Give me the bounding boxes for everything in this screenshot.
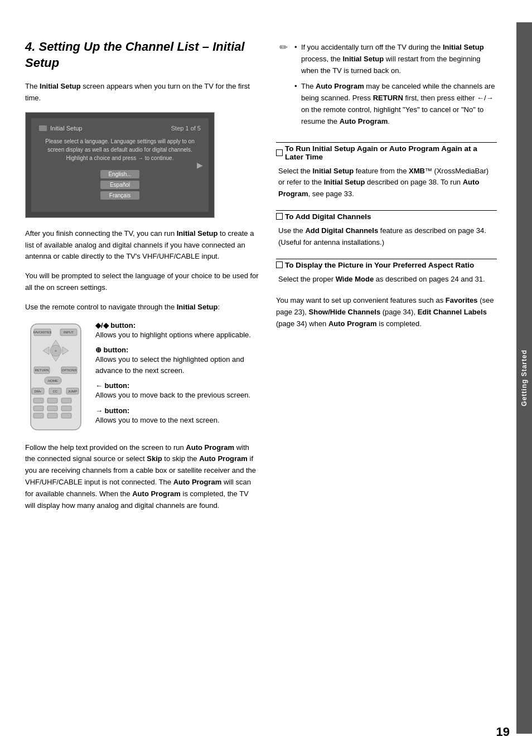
center-button-text: Allows you to select the highlighted opt… bbox=[95, 354, 259, 376]
main-content: 4. Setting Up the Channel List – Initial… bbox=[0, 22, 516, 734]
pencil-icon: ✏ bbox=[279, 41, 291, 132]
svg-rect-27 bbox=[47, 406, 57, 411]
svg-rect-24 bbox=[47, 398, 57, 403]
subsection-display-picture-title-text: To Display the Picture in Your Preferred… bbox=[285, 261, 474, 269]
remote-control-illustration: FAVORITES INPUT + bbox=[25, 321, 86, 434]
svg-text:RETURN: RETURN bbox=[35, 369, 49, 372]
forward-button-desc: → button: Allows you to move to the next… bbox=[95, 406, 259, 426]
subsection-run-initial-body: Select the Initial Setup feature from th… bbox=[276, 166, 497, 200]
subsection-run-initial-title-text: To Run Initial Setup Again or Auto Progr… bbox=[285, 144, 497, 161]
svg-text:✏: ✏ bbox=[279, 42, 288, 53]
closing-text: You may want to set up convenient featur… bbox=[276, 295, 497, 329]
note-bullet-2: The Auto Program may be canceled while t… bbox=[294, 81, 497, 127]
svg-text:JUMP: JUMP bbox=[68, 390, 77, 393]
svg-text:+: + bbox=[55, 348, 57, 353]
section-title-text: 4. Setting Up the Channel List – Initial… bbox=[25, 40, 245, 70]
checkbox-icon-2 bbox=[276, 213, 283, 220]
sidebar-tab: Getting Started bbox=[516, 22, 532, 734]
checkbox-icon-1 bbox=[276, 149, 283, 156]
forward-button-label: → button: bbox=[95, 406, 259, 415]
checkbox-icon-3 bbox=[276, 261, 283, 268]
svg-rect-23 bbox=[33, 398, 43, 403]
subsection-run-initial-title: To Run Initial Setup Again or Auto Progr… bbox=[276, 142, 497, 161]
page-container: 4. Setting Up the Channel List – Initial… bbox=[0, 0, 532, 756]
subsection-add-digital-title: To Add Digital Channels bbox=[276, 210, 497, 221]
subsection-display-picture-title: To Display the Picture in Your Preferred… bbox=[276, 259, 497, 269]
sidebar-tab-text: Getting Started bbox=[520, 350, 528, 406]
tv-title-bar: Initial Setup Step 1 of 5 bbox=[39, 125, 201, 132]
tv-body-text: Please select a language. Language setti… bbox=[39, 137, 201, 162]
updown-button-label: ◆/◆ button: bbox=[95, 321, 259, 329]
left-column: 4. Setting Up the Channel List – Initial… bbox=[25, 39, 259, 717]
back-button-text: Allows you to move back to the previous … bbox=[95, 390, 259, 401]
svg-text:DM+: DM+ bbox=[35, 390, 42, 393]
intro-p3: You will be prompted to select the langu… bbox=[25, 270, 259, 294]
intro-p1: The Initial Setup screen appears when yo… bbox=[25, 81, 259, 104]
tv-option-english: English... bbox=[100, 170, 139, 178]
tv-screenshot-inner: Initial Setup Step 1 of 5 Please select … bbox=[31, 118, 209, 212]
note-content: If you accidentally turn off the TV duri… bbox=[294, 42, 497, 132]
updown-button-desc: ◆/◆ button: Allows you to highlight opti… bbox=[95, 321, 259, 341]
svg-text:CC: CC bbox=[53, 390, 58, 393]
section-title: 4. Setting Up the Channel List – Initial… bbox=[25, 39, 259, 71]
back-button-desc: ← button: Allows you to move back to the… bbox=[95, 381, 259, 401]
note-icon-svg: ✏ bbox=[279, 41, 291, 53]
subsection-display-picture-body: Select the proper Wide Mode as described… bbox=[276, 274, 497, 285]
intro-p4: Use the remote control to navigate throu… bbox=[25, 302, 259, 313]
svg-text:OPTIONS: OPTIONS bbox=[61, 369, 76, 372]
subsection-add-digital-title-text: To Add Digital Channels bbox=[285, 212, 371, 221]
svg-text:HOME: HOME bbox=[48, 379, 58, 382]
svg-text:INPUT: INPUT bbox=[64, 331, 74, 334]
svg-rect-31 bbox=[61, 413, 71, 418]
tv-title-label: Initial Setup bbox=[50, 125, 82, 132]
tv-step: Step 1 of 5 bbox=[171, 125, 201, 132]
subsection-add-digital: To Add Digital Channels Use the Add Digi… bbox=[276, 210, 497, 249]
svg-rect-29 bbox=[33, 413, 43, 418]
tv-options: English... Español Français bbox=[39, 170, 201, 200]
back-button-label: ← button: bbox=[95, 381, 259, 390]
center-button-label: ⊕ button: bbox=[95, 346, 259, 354]
center-button-desc: ⊕ button: Allows you to select the highl… bbox=[95, 346, 259, 376]
closing-paragraph: Follow the help text provided on the scr… bbox=[25, 442, 259, 512]
svg-rect-26 bbox=[33, 406, 43, 411]
svg-rect-25 bbox=[61, 398, 71, 403]
forward-button-text: Allows you to move to the next screen. bbox=[95, 415, 259, 426]
tv-title-text: Initial Setup bbox=[39, 125, 82, 132]
svg-rect-28 bbox=[61, 406, 71, 411]
subsection-display-picture: To Display the Picture in Your Preferred… bbox=[276, 259, 497, 285]
subsection-run-initial: To Run Initial Setup Again or Auto Progr… bbox=[276, 142, 497, 200]
tv-title-icon bbox=[39, 125, 47, 131]
tv-option-espanol: Español bbox=[100, 181, 139, 189]
tv-arrow-icon: ▶ bbox=[197, 161, 203, 169]
note-bullet-1: If you accidentally turn off the TV duri… bbox=[294, 42, 497, 76]
tv-option-francais: Français bbox=[100, 191, 139, 200]
subsection-add-digital-body: Use the Add Digital Channels feature as … bbox=[276, 225, 497, 249]
remote-svg: FAVORITES INPUT + bbox=[25, 321, 86, 433]
svg-rect-30 bbox=[47, 413, 57, 418]
updown-button-text: Allows you to highlight options where ap… bbox=[95, 329, 259, 341]
svg-text:FAVORITES: FAVORITES bbox=[33, 331, 51, 334]
button-descriptions: ◆/◆ button: Allows you to highlight opti… bbox=[95, 321, 259, 432]
intro-p2: After you finish connecting the TV, you … bbox=[25, 228, 259, 263]
tv-screenshot: Initial Setup Step 1 of 5 Please select … bbox=[25, 112, 215, 218]
page-number: 19 bbox=[496, 725, 510, 739]
note-box: ✏ If you accidentally turn off the TV du… bbox=[276, 42, 497, 132]
remote-section: FAVORITES INPUT + bbox=[25, 321, 259, 434]
right-column: ✏ If you accidentally turn off the TV du… bbox=[276, 39, 497, 717]
